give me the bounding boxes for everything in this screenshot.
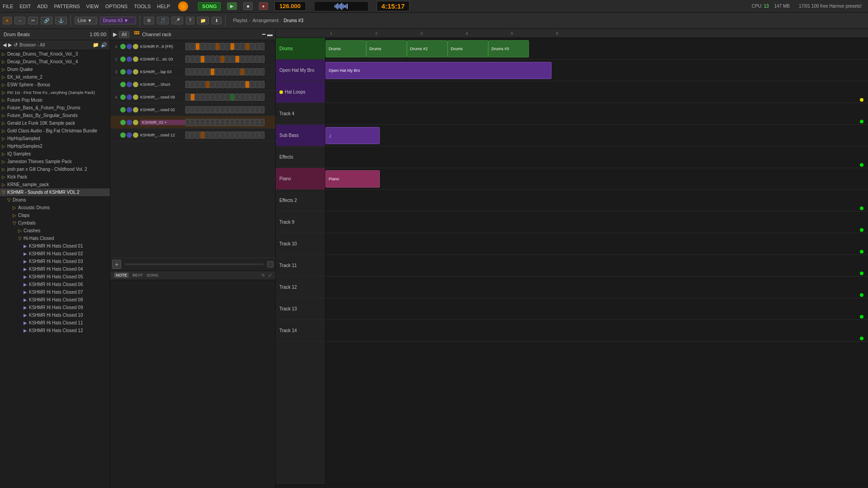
ch-yellow-btn[interactable] (133, 82, 138, 87)
tool5[interactable]: 📁 (197, 17, 209, 24)
ch-yellow-btn[interactable] (133, 132, 138, 138)
sidebar-item-krne[interactable]: ▷ KRNE_sample_pack (0, 181, 110, 188)
sidebar-item-hhat05[interactable]: ▶ KSHMR Hi Hats Closed 05 (0, 273, 110, 281)
sidebar-item-joshpan[interactable]: ▷ josh pan x Gill Chang - Childhood Vol.… (0, 165, 110, 173)
menu-item-file[interactable]: FILE (3, 4, 13, 9)
sidebar-item-hihats[interactable]: ▽ Hi-Hats Closed (0, 235, 110, 242)
sidebar-item-hiphopsampled[interactable]: ▷ HipHopSampled (0, 135, 110, 142)
sidebar-item-hiphopsamples2[interactable]: ▷ HipHopSamples2 (0, 142, 110, 150)
menu-item-add[interactable]: ADD (37, 4, 47, 9)
bc-arrangement[interactable]: Arrangement (252, 18, 278, 23)
move-icon[interactable]: ⤢ (268, 273, 272, 278)
line-selector[interactable]: Line ▼ (75, 17, 97, 24)
sidebar-item-ekkit[interactable]: ▷ EK_kit_volume_2 (0, 73, 110, 81)
sidebar-item-hhat12[interactable]: ▶ KSHMR Hi Hats Closed 12 (0, 327, 110, 334)
sidebar-item-hhat01[interactable]: ▶ KSHMR Hi Hats Closed 01 (0, 242, 110, 250)
ch-blue-btn[interactable] (127, 94, 132, 100)
sidebar-item-hhat02[interactable]: ▶ KSHMR Hi Hats Closed 02 (0, 250, 110, 258)
tool6[interactable]: ⬇ (212, 17, 222, 24)
ch-blue-btn[interactable] (127, 132, 132, 138)
track-label-track11[interactable]: Track 11 (276, 255, 325, 277)
record-button[interactable]: ● (259, 2, 268, 10)
sidebar-item-claps[interactable]: ▷ Claps (0, 211, 110, 219)
note-tab[interactable]: NOTE (114, 272, 129, 278)
mixer-btn[interactable]: ≡ (3, 17, 12, 24)
arrow-btn[interactable]: → (14, 17, 25, 24)
channel-row-8[interactable]: KSHMR_...osed 12 (110, 129, 275, 141)
track-label-track13[interactable]: Track 13 (276, 298, 325, 320)
track-label-hatloops[interactable]: Hat Loops (276, 81, 325, 103)
channel-row-3[interactable]: 3 KSHMR_...lap 03 (110, 66, 275, 78)
channel-rack-minimize[interactable]: ▬ (267, 31, 273, 38)
sidebar-item-hhat08[interactable]: ▶ KSHMR Hi Hats Closed 08 (0, 296, 110, 304)
ch-yellow-btn[interactable] (133, 120, 138, 125)
ch-blue-btn[interactable] (127, 69, 132, 75)
channel-rack-arrow[interactable]: ▶ (113, 31, 117, 38)
ch-green-btn[interactable] (120, 94, 126, 100)
ch-blue-btn[interactable] (127, 120, 132, 125)
ch-yellow-btn[interactable] (133, 69, 138, 75)
link-btn[interactable]: 🔗 (41, 17, 52, 24)
ch-green-btn[interactable] (120, 107, 126, 113)
sidebar-item-gold[interactable]: ▷ Gold Class Audio - Big Fat Christmas B… (0, 127, 110, 135)
tool3[interactable]: 🎤 (171, 17, 183, 24)
channel-row-4[interactable]: KSHMR_...Short (110, 78, 275, 91)
channel-rack-close[interactable]: ━ (262, 31, 265, 38)
sidebar-item-futurebass2[interactable]: ▷ Future_Bass_By_Singular_Sounds (0, 112, 110, 119)
arr-block-drums-4[interactable]: Drums (448, 40, 488, 57)
channel-row-5[interactable]: 4 KSHMR_...osed 09 (110, 91, 275, 103)
menu-item-edit[interactable]: EDIT (19, 4, 31, 9)
menu-item-view[interactable]: VIEW (86, 4, 99, 9)
tool2[interactable]: 🎵 (157, 17, 169, 24)
track-label-openhat[interactable]: Open Hat My Bro (276, 60, 325, 81)
sidebar-item-hhat07[interactable]: ▶ KSHMR Hi Hats Closed 07 (0, 288, 110, 296)
track-label-track10[interactable]: Track 10 (276, 233, 325, 255)
sidebar-item-decap3[interactable]: ▷ Decap_Drums_That_Knock_Vol._3 (0, 50, 110, 58)
drums-selector[interactable]: Drums #3 ▼ (100, 17, 136, 24)
ch-blue-btn[interactable] (127, 82, 132, 87)
arr-scrollbar[interactable] (276, 484, 868, 488)
sidebar-item-decap4[interactable]: ▷ Decap_Drums_That_Knock_Vol._4 (0, 58, 110, 66)
track-label-piano[interactable]: Piano (276, 168, 325, 190)
sidebar-item-cymbals[interactable]: ▽ Cymbals (0, 219, 110, 227)
ch-yellow-btn[interactable] (133, 56, 138, 62)
ch-blue-btn[interactable] (127, 56, 132, 62)
forward-icon[interactable]: ▶ (8, 42, 12, 48)
back-icon[interactable]: ◀ (3, 42, 6, 48)
sidebar-item-futurebass[interactable]: ▷ Future_Bass_&_Future_Pop_Drums (0, 104, 110, 112)
ch-green-btn[interactable] (120, 82, 126, 87)
beat-tab[interactable]: BEAT (132, 273, 143, 277)
track-label-track12[interactable]: Track 12 (276, 277, 325, 298)
arr-block-drums-1[interactable]: Drums (326, 40, 366, 57)
menu-item-tools[interactable]: TOOLS (134, 4, 151, 9)
menu-item-patterns[interactable]: PATTERNS (54, 4, 80, 9)
sidebar-item-hhat04[interactable]: ▶ KSHMR Hi Hats Closed 04 (0, 265, 110, 273)
play-button[interactable]: ▶ (227, 2, 237, 10)
ch-green-btn[interactable] (120, 56, 126, 62)
bc-drums3[interactable]: Drums #3 (284, 18, 303, 23)
refresh-icon[interactable]: ↺ (14, 42, 18, 48)
sidebar-item-hhat06[interactable]: ▶ KSHMR Hi Hats Closed 06 (0, 281, 110, 288)
add-channel-button[interactable]: + (112, 260, 121, 269)
channel-row-2[interactable]: 2 KSHMR C...sic 03 (110, 53, 275, 66)
sidebar-item-hhat03[interactable]: ▶ KSHMR Hi Hats Closed 03 (0, 258, 110, 265)
ch-green-btn[interactable] (120, 69, 126, 75)
stop-button[interactable]: ■ (243, 2, 252, 10)
ch-yellow-btn[interactable] (133, 94, 138, 100)
menu-item-options[interactable]: OPTIONS (105, 4, 128, 9)
sidebar-item-futurepopmuzic[interactable]: ▷ Future Pop Music (0, 96, 110, 104)
arr-block-drums-3[interactable]: Drums #2 (407, 40, 448, 57)
sidebar-item-esw[interactable]: ▷ ESW Sphere - Bonus (0, 81, 110, 89)
sidebar-item-crashes[interactable]: ▷ Crashes (0, 227, 110, 235)
arr-block-piano[interactable]: Piano (326, 170, 380, 188)
sidebar-item-hhat10[interactable]: ▶ KSHMR Hi Hats Closed 10 (0, 311, 110, 319)
channel-row-1[interactable]: 1 KSHMR P...9 (FR) (110, 40, 275, 53)
sidebar-item-jameston[interactable]: ▷ Jameston Thieves Sample Pack (0, 158, 110, 165)
tool4[interactable]: ? (186, 17, 195, 24)
channel-row-6[interactable]: KSHMR_...osed 02 (110, 103, 275, 116)
track-label-drums[interactable]: Drums (276, 38, 325, 60)
arr-block-subbass[interactable]: ♪ (326, 127, 380, 144)
ch-yellow-btn[interactable] (133, 44, 138, 49)
cursor-btn[interactable]: ✂ (28, 17, 38, 24)
track-label-effects2[interactable]: Effects 2 (276, 190, 325, 211)
